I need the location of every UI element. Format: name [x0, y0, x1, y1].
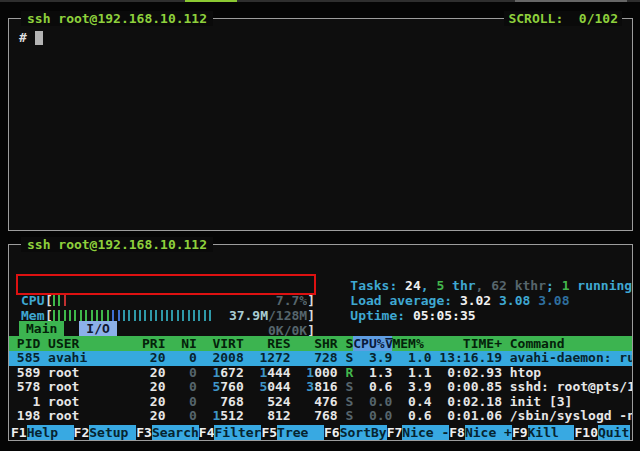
cell-pid: 578	[9, 380, 40, 395]
process-row[interactable]: 585 avahi 20 0 2008 1272 728 S 3.9 1.0 1…	[9, 351, 632, 366]
cell-shr: 1000	[291, 366, 338, 381]
res-lo: 812	[267, 408, 290, 423]
virt-lo: 760	[220, 379, 243, 394]
col-header-shr[interactable]: SHR	[291, 336, 338, 351]
cell-mem: 1.1	[392, 366, 431, 381]
scroll-indicator: SCROLL: 0/102	[504, 11, 622, 26]
cell-state: S	[338, 380, 354, 395]
shr-lo: 728	[314, 350, 337, 365]
cell-shr: 728	[291, 351, 338, 366]
cell-ni: 0	[166, 395, 197, 410]
col-header-pri[interactable]: PRI	[126, 336, 165, 351]
process-row[interactable]: 198 root 20 0 1512 812 768 S 0.0 0.6 0:0…	[9, 409, 632, 424]
cell-command: /sbin/syslogd -n	[510, 409, 632, 424]
cell-ni: 0	[166, 366, 197, 381]
fkey-label: Nice +	[465, 425, 512, 440]
fkey-label: Filter	[214, 425, 261, 440]
process-table-header[interactable]: PID USER PRI NI VIRT RES SHR S CPU%⊽ MEM…	[9, 336, 632, 351]
cell-command: avahi-daemon: running	[510, 351, 632, 366]
tab-io[interactable]: I/O	[79, 321, 116, 336]
col-header-cpu-label: CPU%	[353, 336, 384, 351]
cell-shr: 768	[291, 409, 338, 424]
shr-lo: 816	[314, 379, 337, 394]
cell-state: S	[338, 395, 354, 410]
res-lo: 444	[267, 365, 290, 380]
scrubber-progress-segment	[185, 0, 237, 2]
fkey-key: F9	[512, 425, 528, 440]
cell-res: 1444	[244, 366, 291, 381]
shr-hi: 1	[306, 365, 314, 380]
process-row[interactable]: 1 root 20 0 768 524 476 S 0.0 0.4 0:02.1…	[9, 395, 632, 410]
terminal-pane-bottom[interactable]: ssh root@192.168.10.112 CPU[7.7%] Mem[37…	[8, 244, 633, 441]
fkey-key: F3	[136, 425, 152, 440]
fkey-nice-minus[interactable]: F7Nice -	[387, 425, 450, 440]
cell-pid: 1	[9, 395, 40, 410]
cell-pri: 20	[126, 351, 165, 366]
cell-command: sshd: root@pts/1	[510, 380, 632, 395]
cell-command: init [3]	[510, 395, 632, 410]
running-label: running	[570, 278, 633, 293]
col-header-time[interactable]: TIME+	[432, 336, 502, 351]
cell-res: 1272	[244, 351, 291, 366]
cell-virt: 1512	[197, 409, 244, 424]
cell-mem: 0.6	[392, 409, 431, 424]
cell-user: root	[48, 395, 126, 410]
cell-user: root	[48, 409, 126, 424]
cell-cpu: 1.3	[353, 366, 392, 381]
fkey-tree[interactable]: F5Tree	[261, 425, 324, 440]
col-header-state[interactable]: S	[338, 336, 354, 351]
virt-lo: 2008	[212, 350, 243, 365]
col-header-ni[interactable]: NI	[166, 336, 197, 351]
cell-virt: 768	[197, 395, 244, 410]
cell-cpu: 0.6	[353, 380, 392, 395]
cell-user: avahi	[48, 351, 126, 366]
fkey-nice-plus[interactable]: F8Nice +	[449, 425, 512, 440]
fkey-kill[interactable]: F9Kill	[512, 425, 575, 440]
shr-hi: 3	[306, 379, 314, 394]
cell-time: 13:16.19	[432, 351, 502, 366]
cell-pid: 585	[9, 351, 40, 366]
fkey-setup[interactable]: F2Setup	[74, 425, 137, 440]
tab-main[interactable]: Main	[19, 321, 64, 336]
fkey-key: F6	[324, 425, 340, 440]
uptime-line: Uptime: 05:05:35	[319, 293, 476, 308]
process-row[interactable]: 578 root 20 0 5760 5044 3816 S 0.6 3.9 0…	[9, 380, 632, 395]
fkey-key: F5	[261, 425, 277, 440]
fkey-help[interactable]: F1Help	[11, 425, 74, 440]
col-header-mem[interactable]: MEM%	[392, 336, 431, 351]
cell-cpu: 0.0	[353, 395, 392, 410]
col-header-res[interactable]: RES	[244, 336, 291, 351]
terminal-pane-top[interactable]: ssh root@192.168.10.112 SCROLL: 0/102 #	[8, 18, 633, 231]
fkey-search[interactable]: F3Search	[136, 425, 199, 440]
process-row[interactable]: 589 root 20 0 1672 1444 1000 R 1.3 1.1 0…	[9, 366, 632, 381]
fkey-quit[interactable]: F10Quit	[574, 425, 630, 440]
col-header-virt[interactable]: VIRT	[197, 336, 244, 351]
cell-pri: 20	[126, 395, 165, 410]
cell-time: 0:00.85	[432, 380, 502, 395]
cell-ni: 0	[166, 351, 197, 366]
col-header-pid[interactable]: PID	[9, 336, 40, 351]
col-header-user[interactable]: USER	[48, 336, 126, 351]
res-lo: 1272	[259, 350, 290, 365]
res-lo: 524	[267, 394, 290, 409]
cell-pid: 198	[9, 409, 40, 424]
fkey-filter[interactable]: F4Filter	[199, 425, 262, 440]
fkey-sortby[interactable]: F6SortBy	[324, 425, 387, 440]
cell-mem: 3.9	[392, 380, 431, 395]
htop-tabs: Main I/O	[19, 321, 117, 336]
virt-lo: 672	[220, 365, 243, 380]
cpu-meter: CPU[7.7%]	[21, 263, 315, 278]
terminal-cursor	[35, 31, 43, 45]
col-header-command[interactable]: Command	[510, 336, 632, 351]
cell-cpu: 0.0	[353, 409, 392, 424]
col-header-cpu-sorted[interactable]: CPU%⊽	[353, 336, 392, 351]
cell-shr: 476	[291, 395, 338, 410]
fkey-key: F8	[449, 425, 465, 440]
cell-time: 0:02.18	[432, 395, 502, 410]
load-15min: 3.08	[538, 293, 569, 308]
fkey-label: Setup	[89, 425, 136, 440]
fkey-label: Quit	[598, 425, 630, 440]
fkey-key: F10	[574, 425, 597, 440]
function-key-bar: F1Help F2Setup F3Search F4Filter F5Tree …	[11, 425, 630, 440]
fkey-key: F4	[199, 425, 215, 440]
